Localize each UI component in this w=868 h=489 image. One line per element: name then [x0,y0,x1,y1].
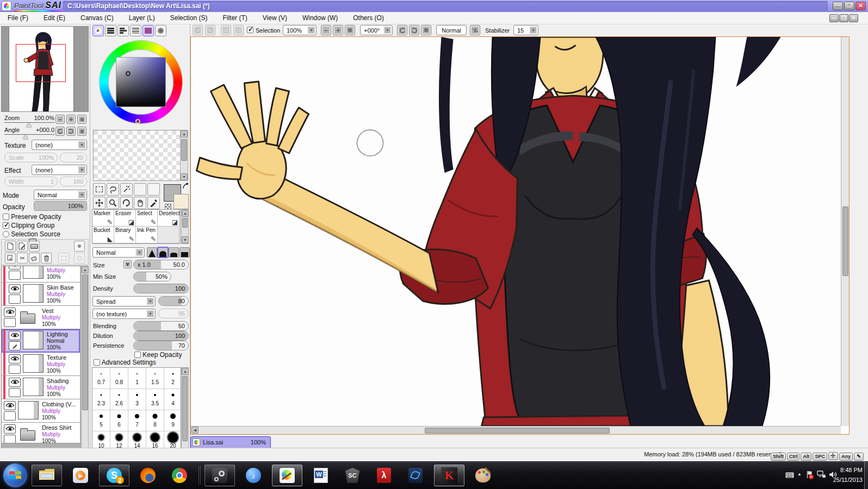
brush-size-1.5[interactable]: 1.5 [146,368,164,389]
nav-zoom-reset-button[interactable] [77,115,86,124]
key-spc[interactable]: SPC [813,453,827,461]
nav-rotate-cw-button[interactable] [66,127,76,136]
canvas-vscrollbar[interactable] [841,37,849,426]
brush-shape-round[interactable] [158,247,168,258]
brush-spread-dropdown[interactable]: Spread▼ [92,296,156,306]
paste-layer-button[interactable] [58,253,69,264]
angle-reset-button[interactable] [421,25,431,35]
hand-tool[interactable] [134,197,146,209]
new-linework-layer-button[interactable] [17,241,28,252]
child-close-button[interactable]: ✕ [849,14,858,22]
zoom-out-button[interactable]: − [321,25,331,35]
brush-persistence-bar[interactable]: 70 [133,341,189,350]
network-tray-icon[interactable] [817,471,826,480]
layer-item-dress-shirt[interactable]: Dress ShirtMultiply100% [2,423,80,443]
tool-slot-empty-2[interactable] [147,183,160,196]
tool-deselect[interactable]: Deselect◪ [158,210,179,227]
layer-visibility-toggle[interactable] [4,424,16,434]
tool-eraser[interactable]: Eraser◪ [114,210,136,227]
menu-item-canvas[interactable]: Canvas (C) [80,14,114,22]
brush-size-5[interactable]: 5 [92,410,110,431]
layer-visibility-toggle[interactable] [4,401,16,410]
layer-item-skin-base[interactable]: Skin BaseMultiply100% [2,283,80,306]
merge-down-button[interactable]: ✂ [17,253,28,264]
nav-angle-slider[interactable] [4,134,54,135]
layer-extra-box[interactable] [9,294,21,304]
brush-size-1[interactable]: 1 [128,368,146,389]
taskbar-word[interactable]: W [308,465,334,486]
new-layer-button[interactable] [5,241,16,252]
texture-dropdown[interactable]: (none)▼ [32,140,87,150]
brush-size-unit-button[interactable]: ▾ [123,260,132,268]
taskbar-clock[interactable]: 8:48 PM 25/11/2013 [833,466,863,485]
taskbar-paint[interactable] [470,465,496,486]
lasso-tool[interactable] [107,183,119,196]
key-ctrl[interactable]: Ctrl [787,453,800,461]
hue-cursor[interactable] [135,119,140,124]
saturation-value-square[interactable] [116,57,166,107]
layer-extra-box[interactable] [4,318,16,327]
size-grid-scrollbar[interactable]: ▲ ▼ [181,367,189,460]
brush-blending-bar[interactable]: 50 [133,321,189,331]
tool-grid-scrollbar[interactable]: ▲ ▼ [181,209,189,244]
layer-item-clothing-v[interactable]: Clothing (V...Multiply100% [2,399,80,423]
magic-wand-tool[interactable] [120,183,133,196]
menu-item-view[interactable]: View (V) [263,14,287,22]
navigator[interactable] [1,26,89,112]
zoom-tool[interactable] [107,197,119,209]
canvas[interactable] [191,37,841,426]
layer-visibility-toggle[interactable] [9,284,21,293]
layer-list-vscrollbar[interactable]: ▲ ▼ [81,266,89,461]
layer-visibility-toggle[interactable] [9,266,21,269]
brush-size-0.8[interactable]: 0.8 [110,368,128,389]
keyboard-tray-icon[interactable] [785,471,794,480]
menu-item-filter[interactable]: Filter (T) [222,14,247,22]
selection-to-layer-button[interactable] [221,25,231,35]
layer-opacity-bar[interactable]: 100% [34,201,87,211]
child-minimize-button[interactable]: — [829,14,839,22]
layer-extra-box[interactable] [9,388,21,397]
paint-mode-button[interactable]: Normal [436,25,467,35]
layer-item-texture[interactable]: TextureMultiply100% [2,353,80,376]
taskbar-kaspersky[interactable]: K [434,465,464,486]
stabilizer-dropdown[interactable]: 15▼ [513,25,538,35]
taskbar-battlenet[interactable] [402,465,429,486]
tool-ink-pen[interactable]: Ink Pen✎ [136,227,158,243]
brush-size-2.6[interactable]: 2.6 [110,389,128,410]
brush-size-3[interactable]: 3 [128,389,146,410]
nav-rotate-ccw-button[interactable] [55,127,65,136]
taskbar-steam[interactable] [204,465,235,486]
move-tool[interactable] [93,197,106,209]
menu-item-edit[interactable]: Edit (E) [44,14,65,22]
navigator-view-rect[interactable] [16,44,66,82]
taskbar-skype[interactable]: S2 [99,465,129,486]
brush-density-bar[interactable]: 100 [133,284,189,293]
layer-item-vest[interactable]: VestMultiply100% [2,306,80,329]
brush-size-9[interactable]: 9 [164,410,181,431]
move-key-icon[interactable] [828,452,838,460]
tool-binary[interactable]: Binary✎ [114,227,136,243]
layer-extra-box[interactable] [9,341,21,350]
secondary-color-swatch[interactable] [173,194,189,209]
taskbar-itunes[interactable]: ♪ [240,465,266,486]
clipping-group-row[interactable]: Clipping Group [3,222,54,229]
advanced-settings-row[interactable]: Advanced Settings [94,359,156,366]
selection-source-row[interactable]: Selection Source [3,230,60,238]
clear-layer-button[interactable] [29,253,40,264]
effect-width-num[interactable]: 100 [60,177,87,186]
menu-item-selection[interactable]: Selection (S) [170,14,208,22]
redo-button[interactable] [205,25,215,35]
rgb-slider-toggle[interactable] [105,25,116,36]
brush-shape-square[interactable] [179,247,190,258]
tool-slot-empty-1[interactable] [134,183,146,196]
new-folder-button[interactable] [29,241,40,252]
minimize-button[interactable]: — [833,2,843,10]
zoom-reset-button[interactable] [345,25,355,35]
swatch-scroll-up-button[interactable]: ▲ [181,130,188,137]
zoom-in-button[interactable]: ＋ [333,25,343,35]
layer-extra-box[interactable] [4,411,16,421]
taskbar-chrome[interactable] [166,465,193,486]
effect-dropdown[interactable]: (none)▼ [32,165,87,175]
swatches-scrollbar[interactable]: ▲ ▼ [180,130,188,181]
size-scroll-up-button[interactable]: ▲ [182,368,189,375]
